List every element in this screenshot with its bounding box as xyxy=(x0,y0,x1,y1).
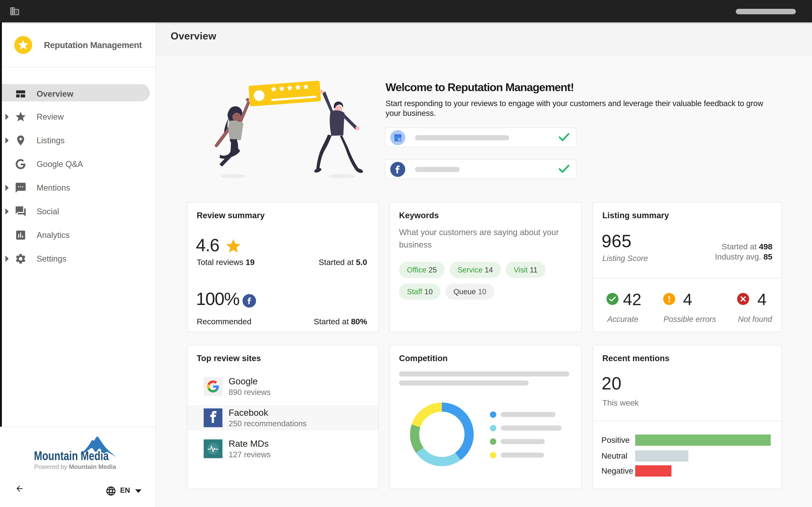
svg-text:G: G xyxy=(398,137,400,141)
svg-text:Mountain Media: Mountain Media xyxy=(34,449,109,463)
